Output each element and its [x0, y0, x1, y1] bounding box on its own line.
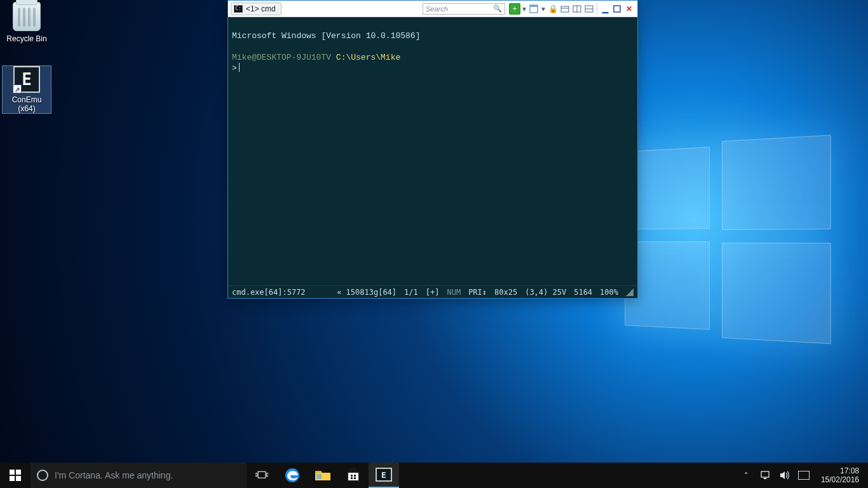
clock-time: 17:08 [821, 466, 859, 475]
status-cursor: (3,4) 25V [525, 288, 566, 297]
new-console-dropdown[interactable]: ▾ [521, 3, 527, 15]
svg-rect-11 [10, 476, 15, 481]
taskbar-app-store[interactable] [338, 463, 369, 488]
task-view-icon [255, 470, 268, 480]
status-bar: cmd.exe[64]:5772 « 150813g[64] 1/1 [+] N… [228, 285, 637, 298]
svg-rect-27 [764, 478, 766, 479]
status-mem: 5164 [574, 288, 592, 297]
svg-text:E: E [381, 470, 386, 480]
svg-rect-20 [351, 475, 353, 477]
clock[interactable]: 17:08 15/02/2016 [817, 466, 863, 484]
svg-rect-10 [16, 470, 21, 475]
svg-rect-17 [316, 474, 322, 479]
svg-rect-8 [614, 6, 620, 12]
console-tab[interactable]: C: <1> cmd [231, 3, 281, 15]
window-mode-dropdown[interactable]: ▾ [540, 3, 546, 15]
close-button[interactable]: ✕ [623, 3, 635, 15]
tray-overflow-button[interactable]: ˄ [741, 470, 752, 481]
windows-logo-icon [10, 470, 21, 481]
new-console-button[interactable]: ＋ [509, 3, 520, 15]
svg-rect-23 [354, 477, 356, 479]
status-pri: PRI↕ [468, 288, 487, 297]
show-tabs-button[interactable] [559, 3, 571, 15]
window-mode-button[interactable] [528, 3, 539, 15]
taskbar: I'm Cortana. Ask me anything. E [0, 463, 868, 488]
status-zoom: 100% [600, 288, 618, 297]
separator [597, 3, 597, 15]
tab-label: <1> cmd [246, 4, 276, 13]
status-consoles: 1/1 [404, 288, 418, 297]
volume-icon[interactable] [779, 470, 790, 481]
status-size: 80x25 [494, 288, 517, 297]
desktop-icon-label: Recycle Bin [3, 34, 51, 43]
search-placeholder: Search [426, 5, 448, 13]
prompt-symbol: > [232, 64, 237, 73]
split-horizontal-button[interactable] [583, 3, 595, 15]
svg-rect-2 [561, 6, 569, 12]
start-button[interactable] [0, 463, 31, 488]
conemu-window[interactable]: C: <1> cmd Search 🔍 ＋ ▾ ▾ 🔒 [227, 0, 638, 299]
status-process: cmd.exe[64]:5772 [232, 288, 306, 297]
maximize-button[interactable] [611, 3, 623, 15]
conemu-icon: E↗ [13, 66, 40, 93]
split-vertical-button[interactable] [571, 3, 583, 15]
status-plus[interactable]: [+] [426, 288, 440, 297]
terminal-line: Microsoft Windows [Version 10.0.10586] [232, 31, 420, 41]
search-icon: 🔍 [493, 4, 502, 13]
taskbar-app-edge[interactable] [277, 463, 308, 488]
edge-icon [284, 467, 301, 484]
taskbar-app-conemu[interactable]: E [369, 463, 399, 488]
svg-rect-26 [761, 471, 769, 477]
desktop-icon-recycle-bin[interactable]: Recycle Bin [3, 1, 51, 43]
system-tray: ˄ 17:08 15/02/2016 [736, 463, 868, 488]
recycle-bin-icon [11, 1, 42, 32]
svg-rect-12 [16, 476, 21, 481]
svg-rect-13 [258, 471, 266, 478]
svg-rect-21 [354, 475, 356, 477]
cortana-placeholder: I'm Cortana. Ask me anything. [55, 470, 173, 480]
cmd-icon: C: [234, 5, 243, 13]
wallpaper-windows-logo [625, 140, 831, 343]
prompt-path: C:\Users\Mike [336, 53, 400, 62]
svg-rect-9 [10, 470, 15, 475]
svg-rect-15 [267, 473, 269, 477]
cortana-icon [37, 470, 48, 481]
prompt-user: Mike@DESKTOP-9JU10TV [232, 53, 331, 62]
cortana-search[interactable]: I'm Cortana. Ask me anything. [31, 463, 247, 488]
svg-rect-18 [348, 472, 359, 481]
clock-date: 15/02/2016 [821, 475, 859, 484]
cursor [239, 63, 240, 72]
action-center-icon[interactable] [798, 470, 810, 481]
status-num: NUM [447, 288, 461, 297]
status-build: « 150813g[64] [337, 288, 397, 297]
svg-rect-14 [255, 473, 257, 477]
folder-icon [315, 468, 331, 482]
taskbar-app-file-explorer[interactable] [308, 463, 338, 488]
svg-rect-1 [530, 5, 538, 7]
lock-button[interactable]: 🔒 [547, 3, 559, 15]
conemu-taskbar-icon: E [376, 468, 392, 482]
task-view-button[interactable] [247, 463, 277, 488]
store-icon [346, 468, 361, 483]
minimize-button[interactable]: ▁ [599, 3, 611, 15]
terminal-area[interactable]: Microsoft Windows [Version 10.0.10586] M… [228, 17, 637, 285]
desktop-icon-label: ConEmu (x64) [3, 95, 51, 113]
search-input[interactable]: Search 🔍 [423, 3, 505, 15]
titlebar[interactable]: C: <1> cmd Search 🔍 ＋ ▾ ▾ 🔒 [228, 1, 637, 17]
resize-grip-icon[interactable] [626, 288, 634, 296]
network-icon[interactable] [760, 470, 771, 481]
svg-rect-22 [351, 477, 353, 479]
desktop-icon-conemu[interactable]: E↗ ConEmu (x64) [3, 66, 51, 113]
